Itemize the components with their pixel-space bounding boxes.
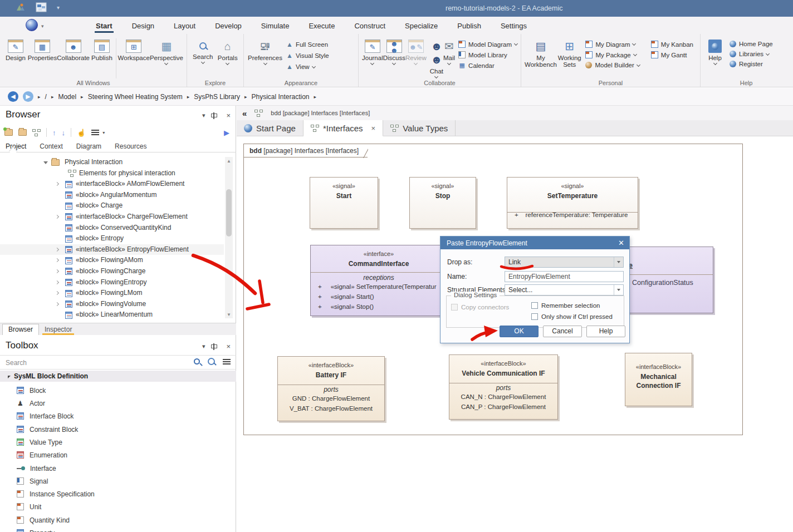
cancel-button[interactable]: Cancel	[543, 326, 582, 337]
tab-browser[interactable]: Browser	[2, 324, 39, 335]
structural-elements-combobox[interactable]: Select...	[505, 284, 624, 295]
toolbox-item-quantity-kind[interactable]: Quantity Kind	[0, 514, 236, 526]
my-kanban-button[interactable]: My Kanban	[651, 41, 693, 48]
toolbox-item-signal[interactable]: Signal	[0, 475, 236, 487]
tab-value-types[interactable]: Value Types	[383, 120, 456, 136]
publish-button[interactable]: ▤Publish	[90, 37, 114, 61]
toolbox-item-enumeration[interactable]: Enumeration	[0, 449, 236, 461]
tree-item-flowingentropy[interactable]: «block» FlowingEntropy	[0, 277, 224, 288]
browser-menu-icon[interactable]	[91, 130, 99, 131]
browser-tab-context[interactable]: Context	[40, 142, 62, 150]
review-button[interactable]: ☻✎Review	[405, 37, 427, 65]
discuss-button[interactable]: ☻☻Discuss	[383, 37, 405, 65]
toolbox-item-property[interactable]: Property	[0, 526, 236, 532]
combo-dropdown-icon[interactable]	[614, 257, 623, 267]
journal-button[interactable]: ✎Journal	[362, 37, 383, 65]
toolbox-item-interface-block[interactable]: Interface Block	[0, 410, 236, 422]
move-up-icon[interactable]: ↑	[52, 129, 56, 137]
visual-style-button[interactable]: ▲Visual Style	[286, 52, 329, 60]
tree-item-physical-interaction[interactable]: Physical Interaction	[0, 157, 224, 168]
toolbox-menu-caret-icon[interactable]: ▾	[202, 343, 205, 350]
toolbox-menu-icon[interactable]	[223, 361, 231, 362]
my-gantt-button[interactable]: My Gantt	[651, 51, 693, 58]
nav-back-button[interactable]: ◀	[8, 91, 18, 102]
help-button[interactable]: Help	[586, 326, 625, 337]
register-button[interactable]: Register	[730, 61, 773, 67]
model-window-icon[interactable]	[36, 2, 47, 12]
toolbox-item-value-type[interactable]: Value Type	[0, 436, 236, 449]
ribbon-tab-develop[interactable]: Develop	[214, 18, 243, 33]
new-diagram-icon[interactable]	[32, 129, 41, 136]
element-mechanical-connection-if[interactable]: «interfaceBlock» Mechanical Connection I…	[625, 353, 692, 406]
toolbox-pin-icon[interactable]	[213, 343, 218, 350]
tree-item-elements-diagram[interactable]: Elements for physical interaction	[0, 168, 224, 179]
locate-icon[interactable]: ☝	[77, 129, 86, 137]
toolbox-search-input[interactable]	[6, 357, 173, 368]
model-builder-button[interactable]: Model Builder	[585, 62, 639, 68]
combo-dropdown-icon[interactable]	[614, 285, 623, 295]
workspace-button[interactable]: ⊞Workspace	[118, 37, 150, 61]
libraries-button[interactable]: Libraries	[730, 51, 773, 57]
preferences-button[interactable]: 🖳Preferences	[247, 37, 283, 65]
name-input[interactable]: EntropyFlowElement	[505, 271, 624, 282]
calendar-button[interactable]: ▦Calendar	[458, 62, 517, 69]
ribbon-tab-simulate[interactable]: Simulate	[260, 18, 291, 33]
breadcrumb-item-system[interactable]: Steering Wheel Heating System	[88, 93, 183, 101]
move-down-icon[interactable]: ↓	[62, 129, 66, 137]
working-sets-button[interactable]: ⊞Working Sets	[557, 37, 582, 68]
design-button[interactable]: ✎Design	[3, 37, 28, 61]
ribbon-tab-specialize[interactable]: Specialize	[404, 18, 439, 33]
element-command-interface[interactable]: «interface» CommandInterface receptions …	[310, 245, 447, 316]
model-diagram-button[interactable]: Model Diagram	[458, 41, 517, 48]
model-library-button[interactable]: Model Library	[458, 51, 517, 58]
tree-item-conservedquantitykind[interactable]: «block» ConservedQuantityKind	[0, 223, 224, 234]
my-diagram-button[interactable]: My Diagram	[585, 41, 639, 48]
tab-inspector[interactable]: Inspector	[39, 324, 77, 335]
browser-menu-caret-icon[interactable]: ▾	[202, 112, 205, 119]
browser-tab-project[interactable]: Project	[6, 142, 26, 150]
tree-item-linearmomentum[interactable]: «block» LinearMomentum	[0, 309, 224, 321]
toolbox-item-constraint-block[interactable]: Constraint Block	[0, 423, 236, 436]
scroll-up-icon[interactable]: ▲	[225, 157, 233, 165]
ribbon-tab-settings[interactable]: Settings	[500, 18, 528, 33]
remember-selection-checkbox[interactable]: Remember selection	[531, 302, 600, 309]
close-tab-icon[interactable]: ×	[371, 124, 376, 132]
ribbon-tab-design[interactable]: Design	[131, 18, 155, 33]
tree-item-chargeflowelement[interactable]: «interfaceBlock» ChargeFlowElement	[0, 211, 224, 223]
tree-item-entropyflowelement[interactable]: «interfaceBlock» EntropyFlowElement	[0, 244, 224, 255]
tab-interfaces[interactable]: *Interfaces ×	[304, 120, 383, 136]
element-signal-settemperature[interactable]: «signal» SetTemperature + referenceTempe…	[507, 177, 638, 229]
collapse-chevrons-icon[interactable]: «	[242, 109, 247, 118]
tree-item-charge[interactable]: «block» Charge	[0, 200, 224, 211]
toolbox-item-actor[interactable]: ♟Actor	[0, 397, 236, 410]
tree-item-flowingcharge[interactable]: «block» FlowingCharge	[0, 266, 224, 277]
package-icon[interactable]	[18, 129, 27, 136]
dialog-titlebar[interactable]: Paste EntropyFlowElement	[440, 237, 629, 249]
ribbon-tab-publish[interactable]: Publish	[456, 18, 482, 33]
breadcrumb-item-sysphs-library[interactable]: SysPhS Library	[194, 93, 240, 101]
chat-button[interactable]: ☻☻Chat	[430, 37, 443, 78]
tree-item-amomflowelement[interactable]: «interfaceBlock» AMomFlowElement	[0, 179, 224, 190]
browser-pin-icon[interactable]	[213, 112, 218, 119]
tree-item-entropy[interactable]: «block» Entropy	[0, 233, 224, 244]
quick-access-caret-icon[interactable]: ▾	[57, 4, 60, 11]
element-battery-if[interactable]: «interfaceBlock» Battery IF ports GND : …	[277, 356, 385, 421]
tab-start-page[interactable]: Start Page	[237, 120, 304, 136]
toolbox-search-icon[interactable]	[194, 358, 200, 364]
tree-item-flowinglmom[interactable]: «block» FlowingLMom	[0, 288, 224, 299]
search-button[interactable]: Search	[190, 37, 216, 63]
scrollbar-thumb[interactable]	[226, 189, 232, 237]
element-vehicle-communication-if[interactable]: «interfaceBlock» Vehicle Communication I…	[449, 354, 558, 420]
toolbox-close-icon[interactable]: ×	[226, 342, 231, 351]
browser-tab-resources[interactable]: Resources	[115, 142, 146, 150]
view-button[interactable]: ▲View	[286, 63, 329, 71]
breadcrumb-item-physical-interaction[interactable]: Physical Interaction	[251, 93, 309, 101]
ribbon-tab-execute[interactable]: Execute	[307, 18, 336, 33]
toolbox-section-header[interactable]: SysML Block Definition	[0, 371, 236, 382]
home-page-button[interactable]: Home Page	[730, 41, 773, 47]
only-show-ctrl-checkbox[interactable]: Only show if Ctrl pressed	[531, 313, 613, 320]
breadcrumb-root[interactable]: /	[45, 93, 47, 101]
scroll-down-icon[interactable]: ▼	[225, 311, 233, 318]
dialog-close-icon[interactable]: ✕	[618, 239, 624, 247]
toolbox-item-unit[interactable]: Unit	[0, 500, 236, 513]
